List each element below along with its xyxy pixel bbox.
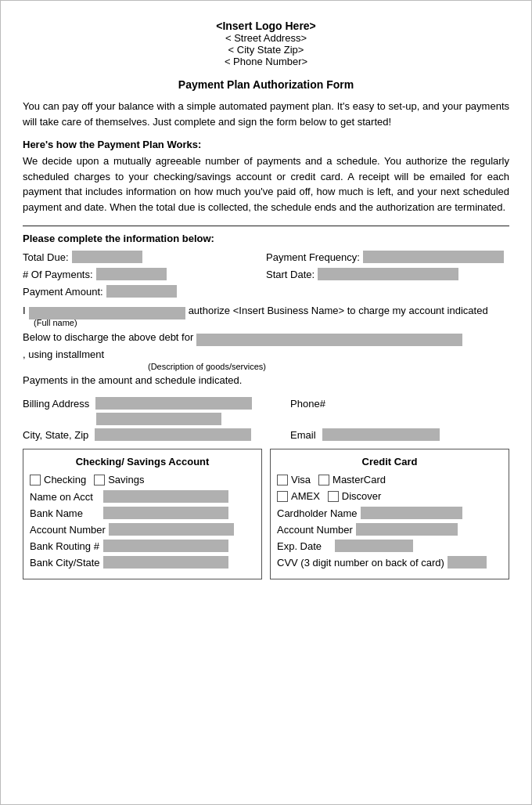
checking-checkbox[interactable]: [30, 475, 41, 486]
col-email: Email: [290, 428, 509, 441]
phone-label: Phone#: [290, 398, 325, 410]
email-label: Email: [290, 429, 316, 441]
phone-number: < Phone Number>: [23, 56, 509, 67]
authorize-i: I: [23, 302, 26, 319]
payment-frequency-input[interactable]: [363, 251, 504, 263]
visa-label: Visa: [291, 474, 311, 486]
col-phone: Phone#: [290, 398, 509, 410]
amex-label: AMEX: [291, 490, 320, 502]
exp-date-input[interactable]: [335, 540, 413, 552]
cc-account-number-label: Account Number: [277, 524, 353, 536]
street-address: < Street Address>: [23, 32, 509, 44]
debt-row: Below to discharge the above debt for , …: [23, 329, 509, 363]
page: <Insert Logo Here> < Street Address> < C…: [0, 0, 532, 805]
exp-date-row: Exp. Date: [277, 540, 502, 552]
bank-name-input[interactable]: [103, 507, 228, 519]
form-title: Payment Plan Authorization Form: [23, 78, 509, 91]
savings-checkbox-item[interactable]: Savings: [94, 474, 144, 486]
amex-discover-row: AMEX Discover: [277, 490, 502, 502]
billing-section: Billing Address Phone# City, State, Zip …: [23, 397, 509, 441]
logo-text: <Insert Logo Here>: [23, 20, 509, 32]
how-it-works-heading: Here's how the Payment Plan Works:: [23, 139, 509, 150]
discover-checkbox-item[interactable]: Discover: [328, 490, 382, 502]
cc-account-number-row: Account Number: [277, 523, 502, 536]
divider: [23, 226, 509, 226]
city-state-zip: < City State Zip>: [23, 44, 509, 56]
checking-savings-checkboxes: Checking Savings: [30, 474, 255, 486]
cc-account-number-input[interactable]: [356, 523, 458, 536]
how-it-works-text: We decide upon a mutually agreeable numb…: [23, 153, 509, 215]
intro-text: You can pay off your balance with a simp…: [23, 99, 509, 129]
mastercard-checkbox-item[interactable]: MasterCard: [318, 474, 386, 486]
account-number-label: Account Number: [30, 524, 106, 536]
num-payments-input[interactable]: [96, 268, 167, 280]
payment-amount-label: Payment Amount:: [23, 286, 103, 298]
bank-name-label: Bank Name: [30, 507, 100, 519]
col-total-due: Total Due:: [23, 251, 266, 263]
payment-amount-input[interactable]: [106, 285, 177, 298]
cvv-row: CVV (3 digit number on back of card): [277, 556, 502, 569]
city-state-zip-input[interactable]: [95, 428, 251, 441]
bank-city-state-input[interactable]: [103, 556, 228, 569]
email-input[interactable]: [322, 428, 440, 441]
credit-card-panel: Credit Card Visa MasterCard AMEX: [270, 449, 509, 579]
account-number-row: Account Number: [30, 523, 255, 536]
payments-text: Payments in the amount and schedule indi…: [23, 374, 509, 386]
authorize-block: I authorize <Insert Business Name> to ch…: [23, 302, 509, 327]
col-start-date: Start Date:: [266, 268, 509, 280]
billing-address-input2[interactable]: [96, 413, 221, 425]
visa-checkbox-item[interactable]: Visa: [277, 474, 311, 486]
below-text: Below to discharge the above debt for: [23, 329, 193, 346]
cvv-label: CVV (3 digit number on back of card): [277, 557, 444, 569]
start-date-input[interactable]: [318, 268, 458, 280]
section-label: Please complete the information below:: [23, 233, 509, 244]
cvv-input[interactable]: [448, 556, 487, 569]
name-on-acct-label: Name on Acct: [30, 491, 100, 503]
bank-city-state-label: Bank City/State: [30, 557, 100, 569]
bank-name-row: Bank Name: [30, 507, 255, 519]
cardholder-name-label: Cardholder Name: [277, 507, 358, 519]
name-on-acct-input[interactable]: [103, 490, 228, 503]
bank-routing-label: Bank Routing #: [30, 540, 100, 552]
cardholder-name-input[interactable]: [361, 507, 462, 519]
payment-frequency-label: Payment Frequency:: [266, 251, 360, 263]
discover-label: Discover: [342, 490, 382, 502]
debt-block: Below to discharge the above debt for , …: [23, 329, 509, 371]
visa-checkbox[interactable]: [277, 475, 288, 486]
billing-address-row2: [96, 413, 509, 425]
savings-label: Savings: [108, 474, 144, 486]
mastercard-checkbox[interactable]: [318, 475, 329, 486]
city-state-zip-row: City, State, Zip Email: [23, 428, 509, 441]
amex-checkbox[interactable]: [277, 491, 288, 502]
name-on-acct-row: Name on Acct: [30, 490, 255, 503]
col-num-payments: # Of Payments:: [23, 268, 266, 280]
billing-address-row: Billing Address Phone#: [23, 397, 509, 410]
exp-date-label: Exp. Date: [277, 540, 332, 552]
total-due-input[interactable]: [72, 251, 142, 263]
description-sublabel: (Description of goods/services): [148, 362, 509, 371]
header: <Insert Logo Here> < Street Address> < C…: [23, 20, 509, 67]
city-state-zip-label: City, State, Zip: [23, 429, 88, 441]
billing-address-input[interactable]: [95, 397, 252, 410]
col-city-state-zip: City, State, Zip: [23, 428, 290, 441]
row-num-payments: # Of Payments: Start Date:: [23, 268, 509, 280]
discover-checkbox[interactable]: [328, 491, 339, 502]
account-number-input[interactable]: [109, 523, 234, 536]
row-payment-amount: Payment Amount:: [23, 285, 509, 298]
bank-routing-input[interactable]: [103, 540, 228, 552]
billing-address-label: Billing Address: [23, 398, 89, 410]
two-panel: Checking/ Savings Account Checking Savin…: [23, 449, 509, 579]
num-payments-label: # Of Payments:: [23, 269, 93, 280]
authorize-text: authorize <Insert Business Name> to char…: [189, 302, 488, 319]
bank-city-state-row: Bank City/State: [30, 556, 255, 569]
mastercard-label: MasterCard: [332, 474, 386, 486]
visa-mastercard-row: Visa MasterCard: [277, 474, 502, 486]
savings-checkbox[interactable]: [94, 475, 105, 486]
checking-checkbox-item[interactable]: Checking: [30, 474, 86, 486]
using-installment-text: , using installment: [23, 346, 104, 363]
checking-savings-title: Checking/ Savings Account: [30, 456, 255, 467]
amex-checkbox-item[interactable]: AMEX: [277, 490, 320, 502]
description-input[interactable]: [196, 334, 462, 346]
bank-routing-row: Bank Routing #: [30, 540, 255, 552]
row-total-due: Total Due: Payment Frequency:: [23, 251, 509, 263]
